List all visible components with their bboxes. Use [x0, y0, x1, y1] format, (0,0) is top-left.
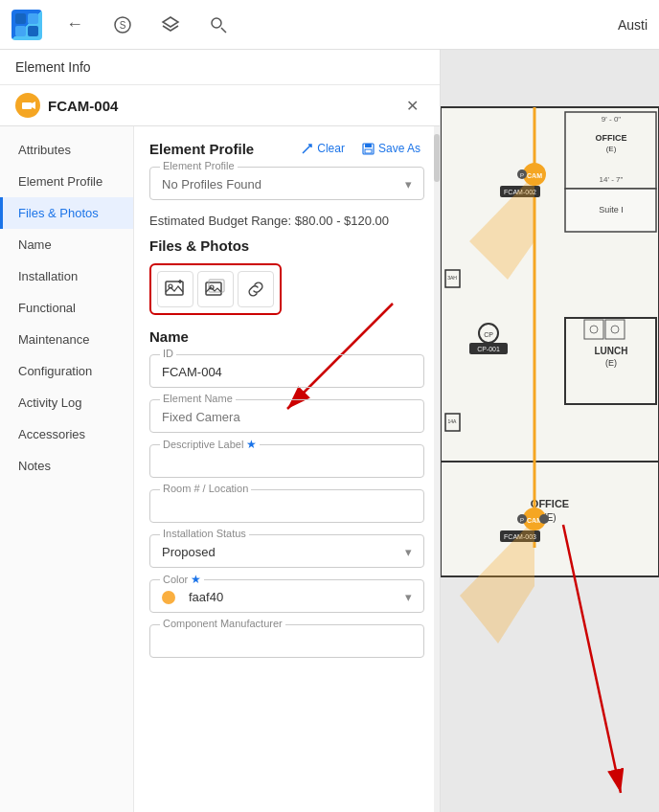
room-location-input[interactable] [162, 500, 412, 514]
svg-text:14A: 14A [448, 418, 458, 424]
id-label: ID [160, 348, 176, 359]
svg-rect-10 [22, 102, 32, 109]
color-star-icon: ★ [191, 573, 201, 586]
name-title: Name [149, 328, 424, 345]
svg-rect-3 [28, 26, 38, 36]
files-toolbar [149, 263, 282, 315]
layers-button[interactable] [155, 10, 186, 40]
descriptive-label-input[interactable] [162, 455, 412, 469]
svg-text:S: S [120, 20, 126, 31]
component-manufacturer-input[interactable] [162, 635, 412, 649]
id-field: ID [149, 354, 424, 388]
svg-text:LUNCH: LUNCH [595, 346, 628, 356]
svg-text:CP: CP [484, 331, 493, 338]
budget-range: Estimated Budget Range: $80.00 - $120.00 [149, 214, 424, 228]
info-content: Element Profile Clear [134, 126, 440, 812]
descriptive-label-field: Descriptive Label ★ [149, 444, 424, 478]
color-arrow[interactable]: ▾ [405, 590, 412, 604]
element-info-body: Attributes Element Profile Files & Photo… [0, 126, 440, 812]
svg-text:P: P [520, 172, 524, 178]
installation-status-field: Installation Status Proposed ▾ [149, 534, 424, 568]
component-manufacturer-field: Component Manufacturer [149, 624, 424, 658]
section-header: Element Profile Clear [149, 140, 424, 157]
files-photos-title: Files & Photos [149, 237, 424, 254]
files-photos-section: Files & Photos [149, 237, 424, 315]
color-field: Color ★ faaf40 ▾ [149, 579, 424, 613]
dropdown-arrow-icon[interactable]: ▾ [405, 177, 412, 192]
sidebar-item-attributes[interactable]: Attributes [0, 134, 133, 166]
close-button[interactable]: ✕ [399, 93, 424, 118]
svg-text:OFFICE: OFFICE [596, 133, 627, 143]
installation-status-value: Proposed [162, 545, 216, 559]
no-profiles-text: No Profiles Found [162, 177, 261, 192]
id-input[interactable] [162, 365, 412, 379]
scrollbar-thumb[interactable] [434, 134, 440, 182]
fcam-icon [15, 93, 40, 118]
svg-text:9' - 0": 9' - 0" [602, 115, 622, 124]
svg-rect-2 [15, 26, 26, 36]
sidebar-item-installation[interactable]: Installation [0, 260, 133, 292]
sidebar-item-files-photos[interactable]: Files & Photos [0, 197, 133, 229]
room-location-field: Room # / Location [149, 489, 424, 523]
user-label: Austi [618, 17, 648, 33]
element-name-label: Element Name [160, 393, 236, 404]
svg-text:Suite I: Suite I [599, 205, 624, 214]
sidebar-item-element-profile[interactable]: Element Profile [0, 166, 133, 197]
element-info-header: Element Info [0, 50, 440, 85]
svg-text:3AH: 3AH [447, 275, 457, 281]
svg-line-8 [221, 28, 226, 33]
svg-point-7 [212, 18, 221, 28]
sidebar-item-name[interactable]: Name [0, 229, 133, 260]
save-as-button[interactable]: Save As [358, 140, 424, 157]
svg-text:P: P [520, 517, 524, 523]
search-button[interactable] [203, 10, 234, 40]
component-manufacturer-label: Component Manufacturer [160, 618, 285, 629]
svg-text:CP-001: CP-001 [477, 346, 500, 352]
color-value: faaf40 [189, 590, 223, 604]
svg-text:CAM: CAM [527, 172, 542, 179]
sidebar-item-activity-log[interactable]: Activity Log [0, 387, 133, 418]
main-content: Element Info FCAM-004 ✕ Attributes Eleme… [0, 50, 659, 812]
sidebar-item-notes[interactable]: Notes [0, 450, 133, 482]
info-sidebar: Attributes Element Profile Files & Photo… [0, 126, 134, 812]
svg-text:(E): (E) [605, 358, 617, 368]
element-profile-title: Element Profile [149, 141, 254, 157]
section-actions: Clear Save As [297, 140, 424, 157]
link-button[interactable] [238, 271, 274, 307]
installation-status-arrow[interactable]: ▾ [405, 545, 412, 559]
svg-rect-1 [28, 13, 38, 24]
scrollbar-track[interactable] [434, 126, 440, 812]
name-section: Name ID Element Name Descriptive [149, 328, 424, 658]
svg-text:14' - 7": 14' - 7" [600, 175, 624, 184]
fcam-title: FCAM-004 [48, 98, 118, 114]
color-dot [162, 591, 175, 604]
descriptive-label-label: Descriptive Label ★ [160, 438, 260, 451]
svg-rect-14 [365, 149, 372, 153]
currency-button[interactable]: S [107, 10, 138, 40]
fcam-header: FCAM-004 ✕ [0, 85, 440, 126]
svg-rect-13 [365, 144, 372, 147]
element-name-input[interactable] [162, 410, 412, 424]
back-button[interactable]: ← [59, 10, 90, 40]
star-icon: ★ [246, 438, 257, 451]
element-info-panel: Element Info FCAM-004 ✕ Attributes Eleme… [0, 50, 441, 812]
sidebar-item-functional[interactable]: Functional [0, 292, 133, 324]
installation-status-label: Installation Status [160, 528, 249, 539]
app-logo [11, 10, 42, 40]
sidebar-item-accessories[interactable]: Accessories [0, 418, 133, 450]
gallery-button[interactable] [197, 271, 234, 307]
element-profile-label: Element Profile [160, 160, 238, 171]
floorplan-area[interactable]: OFFICE (E) 9' - 0" 14' - 7" Suite I LUNC… [441, 50, 659, 812]
svg-rect-0 [15, 13, 26, 24]
svg-line-68 [563, 525, 621, 793]
room-location-label: Room # / Location [160, 483, 251, 494]
clear-button[interactable]: Clear [297, 140, 349, 157]
element-info-title: Element Info [15, 59, 91, 75]
element-profile-section: Element Profile Clear [149, 140, 424, 200]
svg-marker-6 [163, 17, 178, 27]
sidebar-item-configuration[interactable]: Configuration [0, 355, 133, 387]
add-image-button[interactable] [157, 271, 193, 307]
element-profile-field: Element Profile No Profiles Found ▾ [149, 167, 424, 200]
sidebar-item-maintenance[interactable]: Maintenance [0, 324, 133, 355]
svg-text:(E): (E) [606, 145, 617, 153]
